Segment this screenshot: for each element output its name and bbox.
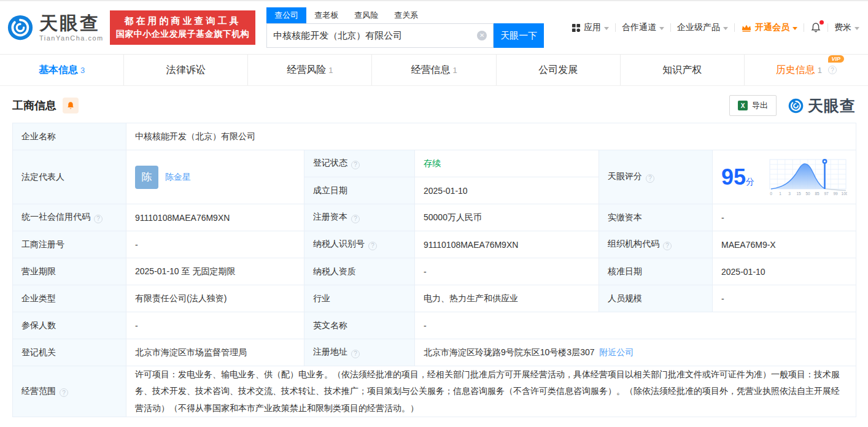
tab-label: 基本信息 <box>39 64 78 77</box>
help-icon[interactable]: ? <box>368 242 377 250</box>
field-label-reg-status: 登记状态? <box>304 150 415 177</box>
export-button[interactable]: X 导出 <box>729 95 777 116</box>
field-label-business-term: 营业期限 <box>13 258 126 285</box>
help-icon[interactable]: ? <box>646 174 654 183</box>
avatar[interactable]: 陈 <box>135 166 158 189</box>
table-row: 营业期限 2025-01-10 至 无固定期限 纳税人资质 - 核准日期 202… <box>13 258 856 285</box>
field-value-paid-capital: - <box>713 204 856 231</box>
search-tab-relation[interactable]: 查关系 <box>386 7 426 23</box>
field-value-staff-size: - <box>713 285 856 312</box>
status-badge: 存续 <box>424 158 441 168</box>
nav-enterprise-label: 企业级产品 <box>677 22 720 33</box>
svg-text:85: 85 <box>815 191 820 196</box>
search-area: 查公司 查老板 查风险 查关系 中核核能开发（北京）有限公司 ✕ 天眼一下 <box>266 7 544 48</box>
nav-divider <box>827 23 828 32</box>
section-header: 工商信息 X 导出 天眼查 <box>0 86 868 123</box>
nav-apps[interactable]: 应用 <box>572 22 609 33</box>
field-value-org-code: MAEA76M9-X <box>713 231 856 258</box>
field-value-reg-status: 存续 <box>415 150 599 177</box>
tab-legal-proceedings[interactable]: 法律诉讼 <box>124 55 248 85</box>
search-button[interactable]: 天眼一下 <box>494 23 544 48</box>
svg-text:99: 99 <box>833 191 838 196</box>
field-value-reg-capital: 50000万人民币 <box>415 204 599 231</box>
table-row: 企业类型 有限责任公司(法人独资) 行业 电力、热力生产和供应业 人员规模 - <box>13 285 856 312</box>
crown-icon <box>741 23 752 33</box>
tab-operating-info[interactable]: 经营信息 1 <box>372 55 496 85</box>
svg-text:100: 100 <box>842 191 847 196</box>
tab-label: 经营信息 <box>411 64 450 77</box>
logo-title: 天眼查 <box>39 14 104 33</box>
tab-label: 历史信息 <box>776 64 815 77</box>
score-value: 95分 <box>721 164 754 190</box>
field-label-tyc-score: 天眼评分? <box>599 150 713 204</box>
nav-divider <box>734 23 735 32</box>
field-value-company-name: 中核核能开发（北京）有限公司 <box>126 123 856 150</box>
search-input-value: 中核核能开发（北京）有限公司 <box>273 30 402 42</box>
tab-intellectual-property[interactable]: 知识产权 <box>621 55 745 85</box>
help-icon[interactable]: ? <box>351 161 360 169</box>
tab-label: 公司发展 <box>538 64 578 77</box>
chevron-down-icon <box>792 27 797 30</box>
nearby-companies-link[interactable]: 附近公司 <box>599 347 634 357</box>
table-row: 登记机关 北京市海淀区市场监督管理局 注册地址? 北京市海淀区玲珑路9号院东区1… <box>13 339 856 366</box>
apps-grid-icon <box>572 23 581 33</box>
field-value-taxpayer-quality: - <box>415 258 599 285</box>
field-label-reg-number: 工商注册号 <box>13 231 126 258</box>
subscribe-bell-button[interactable] <box>63 98 79 113</box>
field-value-business-scope: 许可项目：发电业务、输电业务、供（配）电业务。（依法须经批准的项目，经相关部门批… <box>126 366 856 417</box>
clear-icon[interactable]: ✕ <box>477 31 487 40</box>
tab-company-development[interactable]: 公司发展 <box>497 55 621 85</box>
field-label-reg-capital: 注册资本? <box>304 204 415 231</box>
field-value-business-term: 2025-01-10 至 无固定期限 <box>126 258 304 285</box>
field-label-insured-count: 参保人数 <box>13 312 126 339</box>
nav-divider <box>804 23 804 32</box>
help-icon[interactable]: ? <box>351 215 360 223</box>
field-value-english-name: - <box>415 312 856 339</box>
tianyancha-logo[interactable]: 天眼查 TianYanCha.com <box>6 13 104 42</box>
help-icon[interactable]: ? <box>828 66 837 74</box>
table-row: 经营范围? 许可项目：发电业务、输电业务、供（配）电业务。（依法须经批准的项目，… <box>13 366 856 417</box>
tab-label: 法律诉讼 <box>166 64 206 77</box>
bell-icon <box>66 101 75 110</box>
nav-notifications[interactable] <box>810 22 821 33</box>
field-value-insured-count: - <box>126 312 304 339</box>
nav-enterprise[interactable]: 企业级产品 <box>677 22 728 33</box>
tab-history-info[interactable]: 历史信息 1 ? VIP <box>745 55 868 85</box>
search-input[interactable]: 中核核能开发（北京）有限公司 ✕ <box>266 23 494 48</box>
search-tab-boss[interactable]: 查老板 <box>306 7 346 23</box>
field-value-credit-code: 91110108MAEA76M9XN <box>126 204 304 231</box>
help-icon[interactable]: ? <box>94 215 103 223</box>
field-label-industry: 行业 <box>304 285 415 312</box>
table-row: 企业名称 中核核能开发（北京）有限公司 <box>13 123 856 150</box>
field-label-reg-authority: 登记机关 <box>13 339 126 366</box>
chevron-down-icon <box>723 27 728 30</box>
help-icon[interactable]: ? <box>351 350 360 358</box>
svg-text:0: 0 <box>770 191 772 196</box>
help-icon[interactable]: ? <box>60 388 68 397</box>
search-tab-company[interactable]: 查公司 <box>266 7 306 23</box>
tab-label: 知识产权 <box>662 64 702 77</box>
company-tabs: 基本信息 3 法律诉讼 经营风险 1 经营信息 1 公司发展 知识产权 历史信息… <box>0 54 868 86</box>
search-tab-risk[interactable]: 查风险 <box>346 7 386 23</box>
tab-operating-risk[interactable]: 经营风险 1 <box>248 55 372 85</box>
svg-text:3: 3 <box>788 191 791 196</box>
field-label-staff-size: 人员规模 <box>599 285 713 312</box>
nav-membership[interactable]: 开通会员 <box>741 22 797 33</box>
field-label-establish-date: 成立日期 <box>304 177 415 204</box>
field-value-reg-authority: 北京市海淀区市场监督管理局 <box>126 339 304 366</box>
tab-count: 1 <box>818 66 822 75</box>
export-label: 导出 <box>752 100 768 111</box>
chevron-down-icon <box>659 27 664 30</box>
field-value-tyc-score: 95分 <box>713 150 856 204</box>
chevron-down-icon <box>854 27 859 30</box>
nav-partner[interactable]: 合作通道 <box>622 22 664 33</box>
table-row: 参保人数 - 英文名称 - <box>13 312 856 339</box>
nav-user[interactable]: 费米 <box>834 22 859 33</box>
help-icon[interactable]: ? <box>663 242 672 250</box>
vip-badge: VIP <box>828 55 845 63</box>
tab-basic-info[interactable]: 基本信息 3 <box>0 55 124 85</box>
field-label-credit-code: 统一社会信用代码? <box>13 204 126 231</box>
tianyancha-logo-icon <box>6 13 34 42</box>
legal-rep-link[interactable]: 陈金星 <box>165 172 191 183</box>
table-row: 法定代表人 陈 陈金星 登记状态? 存续 天眼评分? 95分 <box>13 150 856 177</box>
